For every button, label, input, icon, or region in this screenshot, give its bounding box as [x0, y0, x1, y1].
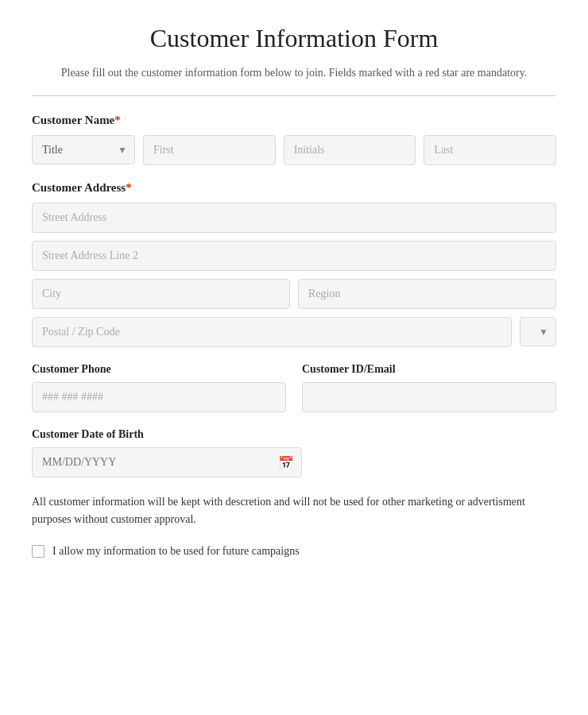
address-required-star: *	[126, 181, 132, 194]
title-select[interactable]: Title Mr. Mrs. Ms. Dr. Prof.	[32, 135, 135, 164]
phone-input[interactable]	[32, 382, 286, 412]
customer-name-section: Customer Name* Title Mr. Mrs. Ms. Dr. Pr…	[32, 114, 556, 165]
country-select-wrapper: Country United States United Kingdom Can…	[520, 317, 556, 347]
privacy-notice: All customer information will be kept wi…	[32, 493, 556, 529]
phone-label: Customer Phone	[32, 363, 286, 376]
page-title: Customer Information Form	[32, 24, 556, 53]
dob-input-wrapper: 📅	[32, 447, 302, 477]
customer-address-section: Customer Address* Country United States …	[32, 181, 556, 347]
initials-input[interactable]	[284, 135, 416, 165]
customer-phone-block: Customer Phone	[32, 363, 286, 412]
customer-name-label: Customer Name*	[32, 114, 556, 127]
postal-country-row: Country United States United Kingdom Can…	[32, 317, 556, 347]
consent-checkbox[interactable]	[32, 545, 44, 558]
consent-row: I allow my information to be used for fu…	[32, 545, 556, 558]
first-name-input[interactable]	[143, 135, 276, 165]
phone-email-section: Customer Phone Customer ID/Email	[32, 363, 556, 412]
last-name-input[interactable]	[424, 135, 556, 165]
region-input[interactable]	[298, 279, 556, 309]
street-address-input[interactable]	[32, 203, 556, 233]
dob-section: Customer Date of Birth 📅	[32, 428, 556, 477]
email-input[interactable]	[302, 382, 556, 412]
city-region-row	[32, 279, 556, 309]
customer-email-block: Customer ID/Email	[302, 363, 556, 412]
consent-label: I allow my information to be used for fu…	[52, 545, 300, 558]
email-label: Customer ID/Email	[302, 363, 556, 376]
city-input[interactable]	[32, 279, 290, 309]
title-select-wrapper: Title Mr. Mrs. Ms. Dr. Prof. ▼	[32, 135, 135, 165]
page-subtitle: Please fill out the customer information…	[32, 64, 556, 81]
street-address-line2-input[interactable]	[32, 241, 556, 271]
country-select[interactable]: Country United States United Kingdom Can…	[520, 317, 556, 346]
required-star: *	[114, 114, 121, 126]
street1-row	[32, 203, 556, 233]
dob-input[interactable]	[32, 447, 302, 477]
dob-label: Customer Date of Birth	[32, 428, 556, 441]
postal-code-input[interactable]	[32, 317, 512, 347]
customer-name-row: Title Mr. Mrs. Ms. Dr. Prof. ▼	[32, 135, 556, 165]
section-divider	[32, 95, 556, 96]
street2-row	[32, 241, 556, 271]
customer-address-label: Customer Address*	[32, 181, 556, 195]
